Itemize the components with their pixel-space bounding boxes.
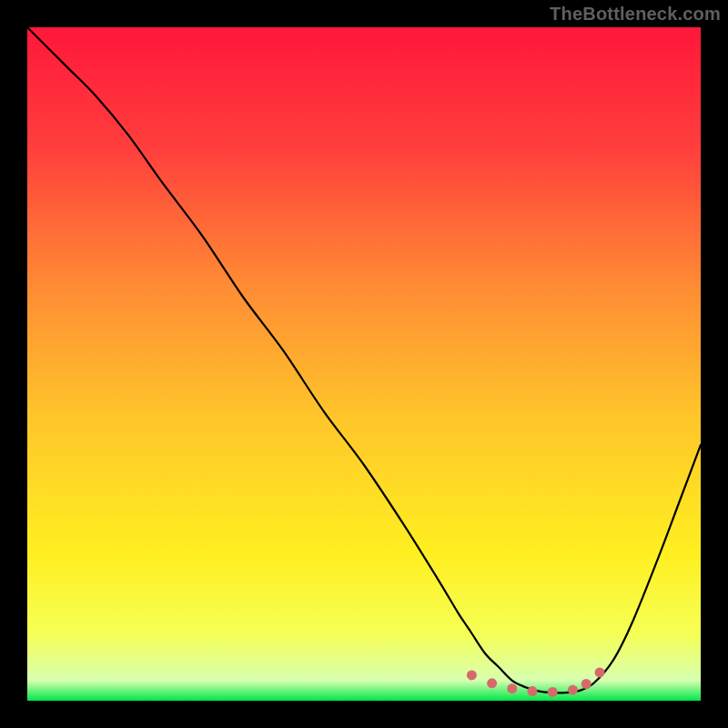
minimum-marker-dot [595,667,605,677]
watermark-text: TheBottleneck.com [550,4,721,25]
minimum-marker-dot [507,683,517,693]
minimum-marker-dot [581,679,592,689]
gradient-background [27,27,701,701]
bottleneck-chart [27,27,701,701]
minimum-marker-dot [528,686,538,696]
chart-frame: TheBottleneck.com [0,0,728,728]
minimum-marker-dot [467,670,477,680]
minimum-marker-dot [487,678,497,688]
minimum-marker-dot [568,685,578,695]
minimum-marker-dot [548,687,558,697]
